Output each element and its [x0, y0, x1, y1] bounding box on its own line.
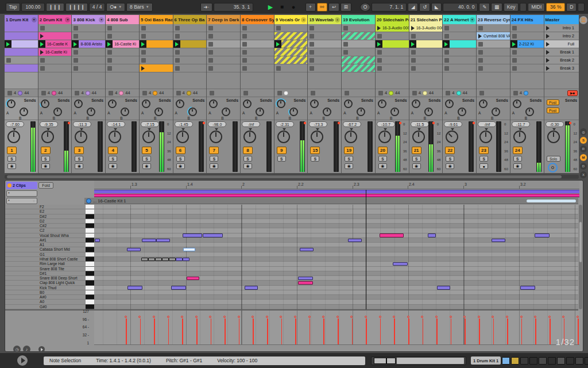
track-header-21[interactable]: 21 Sidechain Pad [409, 15, 443, 24]
send-knob-B[interactable] [458, 108, 466, 116]
stop-button[interactable]: ■ [277, 3, 287, 12]
volume-field[interactable]: -7.60 [6, 121, 24, 127]
solo-button[interactable]: S [345, 156, 353, 162]
send-post-toggle[interactable]: Post [547, 108, 559, 113]
send-knob-B[interactable] [256, 108, 264, 116]
pan-knob[interactable] [210, 131, 222, 143]
track-header-7[interactable]: 7 Deep in Dark [207, 15, 240, 24]
clip-slot-empty[interactable] [342, 40, 375, 48]
clip-play-icon[interactable] [40, 50, 44, 55]
clip-panel-header[interactable]: 2 Clips [6, 182, 37, 189]
clip-slot[interactable]: 16-Castle Ki [38, 48, 72, 56]
volume-field[interactable]: -Inf [242, 121, 260, 127]
velocity-stem[interactable] [423, 319, 424, 344]
scene-slot[interactable]: Break 1 [544, 48, 579, 56]
velocity-head[interactable] [577, 316, 579, 318]
velocity-stem[interactable] [408, 319, 409, 344]
velocity-stem[interactable] [140, 319, 141, 344]
track-activator-button[interactable]: 5 [142, 147, 152, 154]
pan-knob[interactable] [142, 131, 155, 143]
midi-note[interactable] [142, 239, 156, 242]
clip-slot-empty[interactable] [173, 56, 207, 64]
pan-knob[interactable] [311, 131, 323, 143]
clip-slot-empty[interactable] [241, 56, 274, 64]
punch-out-icon[interactable]: ◣ [431, 3, 442, 12]
send-knob-B[interactable] [357, 108, 365, 116]
clip-play-icon[interactable] [409, 40, 416, 48]
clip-play-icon[interactable] [377, 26, 381, 30]
clip-play-icon[interactable] [376, 40, 382, 48]
midi-note[interactable] [176, 258, 183, 261]
clip-slot-empty[interactable] [477, 24, 510, 32]
row-cells[interactable] [94, 224, 578, 228]
velocity-stem[interactable] [451, 319, 452, 344]
velocity-head[interactable] [365, 316, 367, 318]
track-stop-icon[interactable] [142, 91, 147, 95]
send-knob-B[interactable] [53, 108, 62, 116]
white-key[interactable] [86, 209, 94, 214]
clip-play-icon[interactable] [411, 26, 415, 30]
solo-button[interactable]: S [109, 156, 117, 162]
send-knob-A[interactable] [479, 99, 488, 108]
arm-button[interactable]: ◉ [7, 163, 16, 169]
midi-note[interactable] [300, 248, 314, 251]
velocity-head[interactable] [138, 316, 141, 318]
automation-arm-icon[interactable]: ⚯ [317, 3, 328, 12]
volume-field[interactable]: -2.31 [276, 121, 294, 127]
clip-slot[interactable] [342, 56, 375, 64]
scene-play-icon[interactable] [546, 34, 550, 39]
track-activator-button[interactable]: 1 [7, 147, 17, 154]
clip-slot[interactable]: 16-3-Audio 0001 [376, 24, 409, 32]
track-stop-icon[interactable] [243, 91, 248, 95]
track-header-3[interactable]: 3 808 Kick▼ [72, 15, 105, 24]
white-key[interactable] [86, 228, 94, 233]
clip-slot-empty[interactable] [140, 32, 173, 40]
arm-button[interactable]: ◉ [210, 163, 218, 169]
loop-start-icon[interactable]: O [360, 3, 370, 12]
scene-play-icon[interactable] [546, 26, 550, 30]
pan-knob[interactable] [176, 131, 189, 143]
black-key[interactable] [86, 257, 94, 262]
send-knob-A[interactable] [344, 99, 353, 108]
velocity-stem[interactable] [352, 319, 353, 344]
clip-play-icon[interactable] [38, 40, 45, 48]
row-cells[interactable] [94, 243, 578, 247]
clip-slot-empty[interactable] [72, 48, 105, 56]
clip-slot-empty[interactable] [409, 32, 443, 40]
metronome-icon[interactable]: ❙❙❙❙ [65, 3, 88, 12]
send-knob-A[interactable] [74, 99, 83, 108]
device-thumbnail[interactable] [511, 357, 519, 365]
stop-all-clips-button[interactable]: ▶■ [567, 90, 578, 96]
send-knob-B[interactable] [424, 108, 433, 116]
velocity-head[interactable] [252, 316, 254, 318]
quantization-menu[interactable]: 8 Bars▼ [126, 3, 153, 12]
track-activator-button[interactable]: 24 [513, 147, 523, 154]
track-activator-button[interactable]: 2 [41, 147, 51, 154]
clip-slot-empty[interactable] [173, 64, 207, 72]
clip-slot[interactable] [173, 40, 207, 48]
track-activator-button[interactable]: 4 [108, 147, 118, 154]
track-activator-button[interactable]: 8 [243, 147, 253, 154]
row-cells[interactable] [94, 295, 578, 300]
clip-play-icon[interactable] [5, 40, 11, 48]
solo-button[interactable]: S [41, 156, 50, 162]
volume-field[interactable]: -0.30 [546, 121, 564, 127]
velocity-head[interactable] [562, 316, 564, 318]
arm-button[interactable]: ◉ [75, 163, 83, 169]
midi-note[interactable] [183, 233, 202, 237]
clip-slot-empty[interactable] [106, 56, 139, 64]
clip-quantize-select[interactable]: *▼ [6, 198, 37, 204]
track-header-20[interactable]: 20 Sidechain Pad [376, 15, 409, 24]
velocity-stem[interactable] [338, 319, 339, 344]
midi-note[interactable] [155, 258, 162, 261]
midi-note[interactable] [203, 233, 223, 237]
track-stop-icon[interactable] [479, 91, 484, 95]
chevron-down-icon[interactable]: ▼ [65, 17, 70, 22]
midi-note[interactable] [169, 258, 176, 261]
clip-slot[interactable] [443, 40, 476, 48]
velocity-head[interactable] [548, 316, 551, 318]
pan-knob[interactable] [109, 131, 121, 143]
track-activator-button[interactable]: 7 [209, 147, 219, 154]
velocity-stem[interactable] [380, 319, 381, 344]
scene-play-icon[interactable] [546, 58, 550, 63]
